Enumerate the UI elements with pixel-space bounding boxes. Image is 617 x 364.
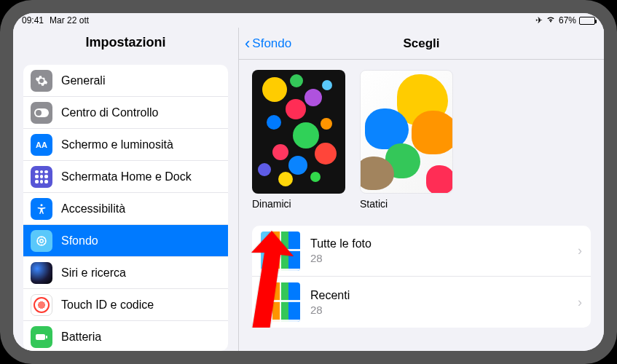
wallpaper-icon xyxy=(31,230,52,252)
home-dock-icon xyxy=(31,166,52,188)
back-button[interactable]: ‹ Sfondo xyxy=(239,36,291,52)
wallpaper-label: Dinamici xyxy=(252,198,345,210)
album-recenti[interactable]: Recenti 28 › xyxy=(252,277,591,328)
device-frame: 09:41 Mar 22 ott ✈︎ 67% Impostazioni xyxy=(0,0,617,364)
wallpaper-categories: Dinamici Statici xyxy=(252,70,591,210)
detail-nav: ‹ Sfondo Scegli xyxy=(239,28,604,60)
chevron-left-icon: ‹ xyxy=(245,36,250,52)
sidebar-item-generali[interactable]: Generali xyxy=(23,65,228,97)
wifi-icon xyxy=(546,15,556,25)
back-label: Sfondo xyxy=(252,36,291,51)
album-thumbnail xyxy=(261,232,300,271)
accessibility-icon xyxy=(31,198,52,220)
sidebar-item-batteria[interactable]: Batteria xyxy=(23,321,228,351)
touch-id-icon xyxy=(31,294,52,316)
photo-albums: Tutte le foto 28 › Recenti 28 › xyxy=(252,226,591,328)
svg-rect-4 xyxy=(46,336,47,339)
battery-percent: 67% xyxy=(559,15,576,25)
sidebar-item-label: Schermata Home e Dock xyxy=(61,170,192,183)
sidebar-item-label: Touch ID e codice xyxy=(61,298,154,312)
sidebar-item-home-dock[interactable]: Schermata Home e Dock xyxy=(23,161,228,193)
svg-point-1 xyxy=(40,239,44,242)
detail-title: Scegli xyxy=(403,36,439,51)
sidebar-item-label: Schermo e luminosità xyxy=(61,138,173,151)
sidebar-item-centro-controllo[interactable]: Centro di Controllo xyxy=(23,97,228,129)
battery-settings-icon xyxy=(31,326,52,348)
sidebar-item-schermo[interactable]: AA Schermo e luminosità xyxy=(23,129,228,161)
album-count: 28 xyxy=(310,252,372,264)
status-bar: 09:41 Mar 22 ott ✈︎ 67% xyxy=(13,13,604,28)
chevron-right-icon: › xyxy=(578,243,582,258)
airplane-icon: ✈︎ xyxy=(535,15,543,25)
sidebar-item-label: Accessibilità xyxy=(61,202,125,215)
siri-icon xyxy=(31,262,52,284)
status-time: 09:41 xyxy=(22,15,44,25)
album-name: Recenti xyxy=(310,289,350,302)
sidebar-item-sfondo[interactable]: Sfondo xyxy=(23,225,228,257)
sidebar-item-accessibilita[interactable]: Accessibilità xyxy=(23,193,228,225)
sidebar-title: Impostazioni xyxy=(13,28,238,59)
battery-icon xyxy=(579,17,595,25)
svg-point-0 xyxy=(41,204,43,206)
display-icon: AA xyxy=(31,134,52,156)
album-name: Tutte le foto xyxy=(310,237,372,250)
chevron-right-icon: › xyxy=(578,295,582,310)
sidebar-item-siri[interactable]: Siri e ricerca xyxy=(23,257,228,289)
status-date: Mar 22 ott xyxy=(50,15,89,25)
svg-rect-3 xyxy=(36,334,45,340)
settings-list: Generali Centro di Controllo AA Schermo … xyxy=(23,65,228,351)
sidebar-item-label: Batteria xyxy=(61,331,101,344)
album-count: 28 xyxy=(310,304,350,316)
dynamic-thumbnail xyxy=(252,70,345,194)
sidebar-item-label: Centro di Controllo xyxy=(61,106,158,119)
sidebar: Impostazioni Generali Centro di Controll… xyxy=(13,28,239,351)
album-thumbnail xyxy=(261,282,300,322)
detail-pane: ‹ Sfondo Scegli xyxy=(239,28,604,351)
sidebar-item-label: Generali xyxy=(61,74,105,87)
static-thumbnail xyxy=(360,70,453,194)
wallpaper-dynamic[interactable]: Dinamici xyxy=(252,70,345,210)
sidebar-item-label: Sfondo xyxy=(61,234,98,248)
gear-icon xyxy=(31,70,52,92)
screen: 09:41 Mar 22 ott ✈︎ 67% Impostazioni xyxy=(13,13,604,351)
sidebar-item-touch-id[interactable]: Touch ID e codice xyxy=(23,289,228,321)
wallpaper-static[interactable]: Statici xyxy=(360,70,453,210)
sidebar-item-label: Siri e ricerca xyxy=(61,266,126,280)
control-center-icon xyxy=(31,102,52,124)
album-tutte-le-foto[interactable]: Tutte le foto 28 › xyxy=(252,226,591,277)
wallpaper-label: Statici xyxy=(360,198,453,210)
